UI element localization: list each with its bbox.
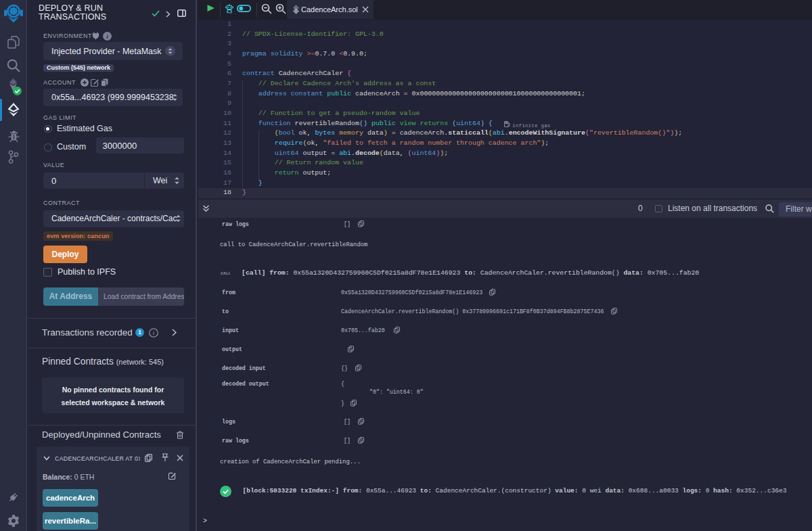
svg-text:i: i: [153, 329, 155, 336]
